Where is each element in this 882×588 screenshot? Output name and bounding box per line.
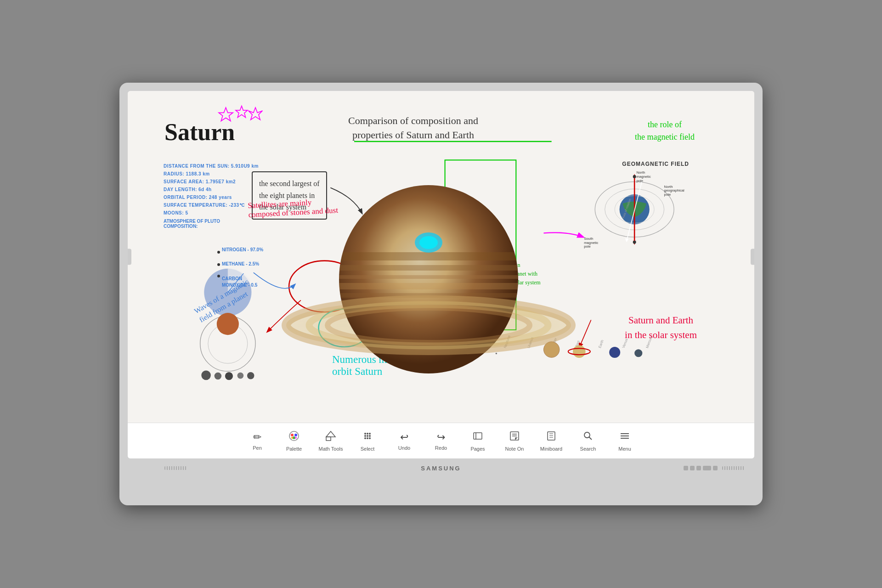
svg-point-30	[247, 372, 254, 379]
saturn-earth-annotation: Saturn and Earthin the solar system	[625, 313, 697, 342]
miniboard-tool[interactable]: Miniboard	[533, 425, 570, 457]
svg-point-91	[584, 432, 590, 438]
math-tools-label: Math Tools	[319, 446, 343, 452]
svg-text:North: North	[664, 185, 673, 189]
monitor-controls-right	[684, 466, 718, 470]
nitrogen-dot	[217, 251, 220, 254]
screen: Saturn Neptune Uranus Jupiter Mars Earth…	[128, 91, 754, 458]
svg-point-81	[367, 435, 368, 437]
note-on-tool[interactable]: Note On	[496, 425, 533, 457]
magnetic-role-text: the role ofthe magnetic field	[635, 119, 695, 143]
svg-text:magnetic: magnetic	[636, 175, 650, 179]
svg-point-23	[200, 316, 255, 371]
info-orbital-period: ORBITAL PERIOD: 248 years	[164, 193, 259, 201]
select-label: Select	[361, 446, 375, 452]
info-block: DISTANCE FROM THE SUN: 5.910U9 km RADIUS…	[164, 162, 259, 217]
redo-tool[interactable]: ↪ Redo	[423, 425, 459, 457]
side-handle-left[interactable]	[128, 249, 131, 265]
svg-rect-87	[548, 432, 555, 440]
info-moons: MOONS: 5	[164, 209, 259, 217]
math-tools-tool[interactable]: Math Tools	[312, 425, 349, 457]
menu-tool[interactable]: Menu	[606, 425, 643, 457]
svg-point-73	[364, 433, 366, 435]
saturn-title: Saturn	[164, 119, 235, 146]
undo-icon: ↩	[400, 431, 408, 443]
pages-label: Pages	[470, 446, 485, 452]
svg-text:pole: pole	[584, 244, 591, 249]
info-surface-area: SURFACE AREA: 1.795E7 km2	[164, 178, 259, 186]
svg-point-69	[291, 437, 293, 439]
svg-marker-1	[236, 106, 248, 118]
search-label: Search	[580, 446, 596, 452]
pen-tool[interactable]: ✏ Pen	[239, 425, 276, 457]
svg-rect-82	[474, 433, 482, 439]
pages-tool[interactable]: Pages	[459, 425, 496, 457]
pen-icon: ✏	[253, 431, 261, 443]
undo-tool[interactable]: ↩ Undo	[386, 425, 423, 457]
note-on-label: Note On	[505, 446, 524, 452]
redo-icon: ↪	[437, 431, 445, 443]
svg-text:pole: pole	[636, 179, 643, 183]
monitor-brand: SAMSUNG	[421, 465, 461, 472]
info-day-length: DAY LENGTH: 6d 4h	[164, 186, 259, 193]
svg-point-77	[367, 433, 368, 435]
palette-tool[interactable]: Palette	[276, 425, 312, 457]
svg-point-20	[634, 349, 642, 357]
svg-point-79	[364, 435, 366, 437]
svg-point-41	[633, 241, 636, 244]
svg-text:Axis of rotation: Axis of rotation	[622, 198, 632, 219]
palette-label: Palette	[286, 446, 302, 452]
svg-marker-39	[625, 238, 629, 243]
monitor-bottom: SAMSUNG	[128, 458, 754, 478]
toolbar: ✏ Pen Palette	[128, 423, 754, 458]
svg-point-26	[201, 371, 211, 380]
svg-point-34	[615, 196, 654, 223]
pen-label: Pen	[253, 445, 262, 451]
co-dot	[217, 275, 220, 277]
info-surface-temp: SURFACE TEMPERATURE: -233℃	[164, 201, 259, 209]
svg-point-29	[237, 373, 243, 379]
svg-point-40	[633, 175, 636, 178]
svg-point-67	[294, 434, 297, 436]
svg-marker-72	[326, 431, 335, 437]
svg-point-66	[291, 434, 294, 436]
methane-dot	[217, 263, 220, 266]
miniboard-icon	[546, 430, 557, 444]
undo-label: Undo	[398, 445, 410, 451]
palette-icon	[288, 430, 300, 444]
svg-text:magnetic: magnetic	[584, 241, 598, 245]
svg-point-78	[367, 437, 368, 439]
svg-marker-36	[633, 174, 636, 178]
select-tool[interactable]: Select	[349, 425, 386, 457]
svg-point-80	[369, 435, 371, 437]
svg-point-28	[225, 372, 233, 380]
redo-label: Redo	[435, 445, 447, 451]
comparison-title: Comparison of composition andproperties …	[348, 114, 478, 142]
svg-text:South: South	[584, 237, 593, 241]
monitor: Saturn Neptune Uranus Jupiter Mars Earth…	[119, 83, 763, 505]
svg-text:North: North	[636, 171, 645, 175]
search-tool[interactable]: Search	[570, 425, 606, 457]
note-on-icon	[509, 430, 520, 444]
svg-text:pole: pole	[664, 192, 671, 197]
svg-point-70	[295, 437, 297, 439]
svg-rect-71	[326, 437, 331, 441]
atmosphere-title: ATMOSPHERE OF PLUTO COMPOSITION:	[164, 219, 220, 229]
info-distance: DISTANCE FROM THE SUN: 5.910U9 km	[164, 162, 259, 170]
svg-line-92	[589, 437, 592, 440]
svg-point-64	[419, 236, 438, 249]
math-tools-icon	[325, 430, 336, 444]
canvas-area[interactable]: Saturn Neptune Uranus Jupiter Mars Earth…	[128, 91, 754, 423]
saturn-image	[279, 151, 578, 408]
menu-label: Menu	[618, 446, 631, 452]
svg-point-76	[369, 437, 371, 439]
side-handle-right[interactable]	[751, 249, 754, 265]
search-icon	[582, 430, 594, 444]
monitor-speaker-right	[722, 466, 745, 470]
svg-marker-2	[249, 107, 263, 120]
svg-text:geographical: geographical	[664, 188, 684, 192]
select-icon	[362, 430, 373, 444]
geomagnetic-title: GEOMAGNETIC FIELD	[622, 161, 689, 167]
saturn-title-text: Saturn	[164, 119, 235, 146]
svg-point-31	[620, 194, 650, 224]
